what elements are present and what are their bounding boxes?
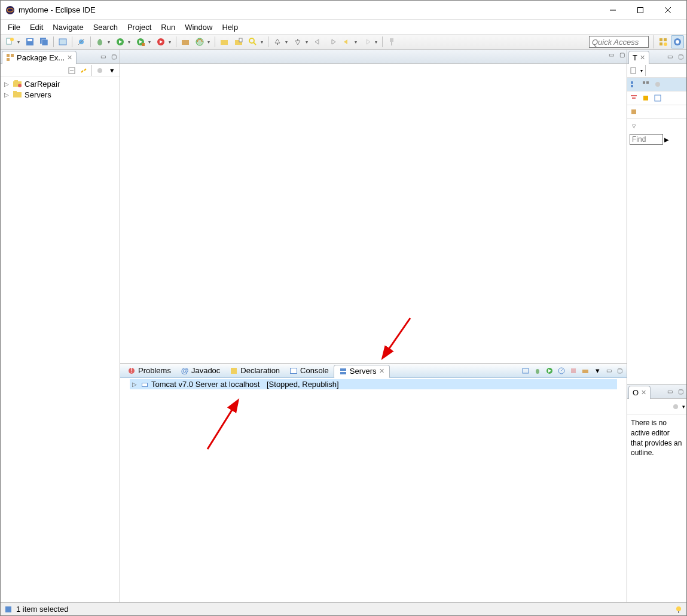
hide-icon[interactable] bbox=[640, 93, 651, 103]
tip-icon[interactable] bbox=[674, 605, 683, 614]
menu-window[interactable]: Window bbox=[180, 20, 217, 34]
tab-javadoc[interactable]: @ Javadoc bbox=[176, 364, 225, 378]
external-tools-icon[interactable] bbox=[154, 35, 167, 48]
minimize-view-icon[interactable]: ▭ bbox=[98, 52, 108, 62]
new-task-icon[interactable] bbox=[628, 65, 639, 76]
find-next-icon[interactable]: ▶ bbox=[664, 136, 669, 143]
dropdown-icon[interactable]: ▾ bbox=[17, 39, 22, 45]
menu-file[interactable]: File bbox=[3, 20, 25, 34]
menu-navigate[interactable]: Navigate bbox=[48, 20, 88, 34]
close-icon[interactable]: ✕ bbox=[640, 54, 645, 62]
pin-icon[interactable] bbox=[385, 35, 398, 48]
debug-icon[interactable] bbox=[93, 35, 106, 48]
menu-search[interactable]: Search bbox=[88, 20, 123, 34]
open-task-icon[interactable] bbox=[232, 35, 245, 48]
dropdown-icon[interactable]: ▾ bbox=[128, 39, 133, 45]
menu-run[interactable]: Run bbox=[156, 20, 180, 34]
maximize-view-icon[interactable]: ▢ bbox=[109, 52, 118, 62]
sync-icon[interactable] bbox=[628, 106, 639, 117]
collapse-icon[interactable] bbox=[652, 93, 663, 103]
tab-servers[interactable]: Servers ✕ bbox=[334, 365, 390, 378]
run-icon[interactable] bbox=[114, 35, 127, 48]
open-perspective-icon[interactable] bbox=[657, 35, 670, 48]
outline-focus-icon[interactable] bbox=[670, 401, 681, 412]
task-list-tab[interactable]: T ✕ bbox=[628, 51, 649, 64]
minimize-view-icon[interactable]: ▭ bbox=[665, 387, 674, 397]
dropdown-icon[interactable]: ▾ bbox=[285, 39, 290, 45]
tree-item-carrepair[interactable]: ▷ CarRepair bbox=[1, 78, 120, 89]
focus-task-icon[interactable] bbox=[94, 65, 105, 76]
minimize-editor-icon[interactable]: ▭ bbox=[606, 50, 616, 59]
dropdown-icon[interactable]: ▾ bbox=[640, 68, 643, 74]
close-icon[interactable]: ✕ bbox=[641, 389, 646, 397]
view-menu-icon[interactable]: ▿ bbox=[627, 119, 686, 133]
dropdown-icon[interactable]: ▾ bbox=[207, 39, 212, 45]
toggle-breakpoint-icon[interactable] bbox=[56, 35, 69, 48]
menu-help[interactable]: Help bbox=[217, 20, 243, 34]
forward-icon[interactable] bbox=[361, 35, 374, 48]
tree-item-servers[interactable]: ▷ Servers bbox=[1, 89, 120, 100]
scheduled-icon[interactable] bbox=[640, 79, 651, 90]
tab-problems[interactable]: ! Problems bbox=[123, 364, 176, 378]
find-input[interactable] bbox=[630, 134, 663, 145]
view-menu-icon[interactable]: ▾ bbox=[682, 404, 685, 410]
outline-tab[interactable]: O ✕ bbox=[628, 386, 651, 399]
expand-icon[interactable]: ▷ bbox=[4, 81, 10, 87]
prev-edit-icon[interactable] bbox=[312, 35, 325, 48]
maximize-view-icon[interactable]: ▢ bbox=[676, 387, 685, 397]
close-icon[interactable]: ✕ bbox=[67, 54, 72, 62]
close-button[interactable] bbox=[654, 1, 682, 19]
maximize-button[interactable] bbox=[627, 1, 654, 19]
collapse-all-icon[interactable] bbox=[66, 65, 77, 76]
link-icon[interactable] bbox=[520, 365, 531, 376]
start-server-icon[interactable] bbox=[544, 365, 555, 376]
link-editor-icon[interactable] bbox=[78, 65, 89, 76]
categorized-icon[interactable] bbox=[628, 79, 639, 90]
save-icon[interactable] bbox=[23, 35, 36, 48]
search-icon[interactable] bbox=[246, 35, 259, 48]
quick-access[interactable] bbox=[589, 36, 649, 48]
focus-icon[interactable] bbox=[652, 79, 663, 90]
dropdown-icon[interactable]: ▾ bbox=[108, 39, 112, 45]
publish-server-icon[interactable] bbox=[580, 365, 591, 376]
quick-access-input[interactable] bbox=[589, 36, 649, 48]
maximize-view-icon[interactable]: ▢ bbox=[676, 52, 685, 62]
maximize-view-icon[interactable]: ▢ bbox=[615, 366, 624, 376]
new-class-icon[interactable] bbox=[193, 35, 206, 48]
dropdown-icon[interactable]: ▾ bbox=[261, 39, 265, 45]
java-ee-perspective-icon[interactable] bbox=[671, 35, 684, 48]
profile-server-icon[interactable] bbox=[556, 365, 567, 376]
package-explorer-tab[interactable]: Package Ex... ✕ bbox=[2, 51, 77, 64]
menu-project[interactable]: Project bbox=[123, 20, 156, 34]
prev-annotation-icon[interactable] bbox=[271, 35, 284, 48]
new-icon[interactable] bbox=[3, 35, 16, 48]
run-last-icon[interactable] bbox=[134, 35, 147, 48]
new-package-icon[interactable] bbox=[179, 35, 192, 48]
close-icon[interactable]: ✕ bbox=[379, 367, 384, 375]
view-menu-icon[interactable]: ▾ bbox=[106, 65, 117, 76]
dropdown-icon[interactable]: ▾ bbox=[169, 39, 173, 45]
next-edit-icon[interactable] bbox=[326, 35, 339, 48]
maximize-editor-icon[interactable]: ▢ bbox=[617, 50, 627, 59]
dropdown-icon[interactable]: ▾ bbox=[375, 39, 380, 45]
save-all-icon[interactable] bbox=[38, 35, 51, 48]
view-menu-icon[interactable]: ▾ bbox=[592, 365, 603, 376]
expand-icon[interactable]: ▷ bbox=[4, 92, 10, 98]
back-icon[interactable] bbox=[340, 35, 353, 48]
minimize-button[interactable] bbox=[599, 1, 627, 19]
minimize-view-icon[interactable]: ▭ bbox=[665, 52, 674, 62]
menu-edit[interactable]: Edit bbox=[25, 20, 48, 34]
next-annotation-icon[interactable] bbox=[291, 35, 304, 48]
skip-breakpoints-icon[interactable] bbox=[75, 35, 88, 48]
dropdown-icon[interactable]: ▾ bbox=[306, 39, 310, 45]
stop-server-icon[interactable] bbox=[568, 365, 579, 376]
tab-console[interactable]: Console bbox=[285, 364, 334, 378]
dropdown-icon[interactable]: ▾ bbox=[355, 39, 359, 45]
package-tree[interactable]: ▷ CarRepair ▷ Servers bbox=[1, 77, 120, 602]
dropdown-icon[interactable]: ▾ bbox=[148, 39, 153, 45]
open-type-icon[interactable] bbox=[218, 35, 231, 48]
tab-declaration[interactable]: Declaration bbox=[225, 364, 285, 378]
expand-icon[interactable]: ▷ bbox=[132, 381, 138, 388]
filter-icon[interactable] bbox=[628, 93, 639, 103]
minimize-view-icon[interactable]: ▭ bbox=[604, 366, 613, 376]
